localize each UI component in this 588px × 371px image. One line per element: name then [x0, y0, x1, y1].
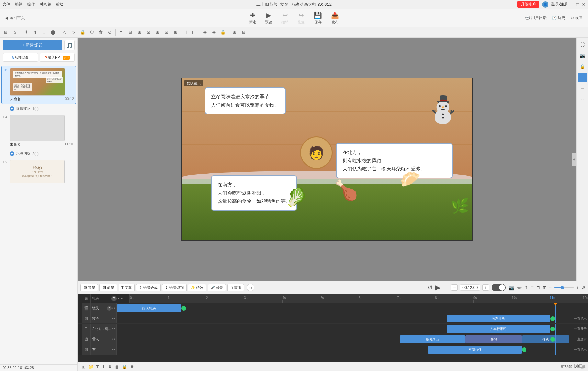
history-button[interactable]: 🕐 历史 — [552, 15, 565, 21]
toolbar-lock2[interactable]: 🔒 — [219, 28, 227, 37]
track-bg-btn[interactable]: 🖼 背景 — [80, 284, 98, 291]
right-panel-more-btn[interactable]: ··· — [578, 95, 587, 104]
screenshot-btn[interactable]: 📷 — [508, 285, 515, 291]
toolbar-icon-1[interactable]: ⊞ — [1, 28, 10, 37]
new-scene-button[interactable]: + 新建场景 — [3, 40, 62, 50]
track-dot-t2[interactable]: • — [114, 327, 115, 331]
toolbar-grid3[interactable]: ⊞ — [171, 28, 180, 37]
settings-button[interactable]: ⚙ 设置 — [571, 15, 583, 21]
speed-toggle[interactable] — [492, 284, 506, 291]
track-green-dot-dumplings[interactable] — [550, 316, 555, 321]
canvas-textbox-3[interactable]: 在南方， 人们会吃些滋阴补阳， 热量较高的食物，如鸡鸭鱼肉等。 — [211, 175, 297, 211]
track-clip-snowman-3[interactable]: 弹跳 — [522, 335, 569, 343]
track-voicesynth-btn[interactable]: 🎙 语音合成 — [136, 284, 161, 291]
new-button[interactable]: ✚ 新建 — [245, 10, 260, 26]
preview-button[interactable]: ▶ 预览 — [261, 10, 276, 26]
menu-item-operate[interactable]: 操作 — [27, 2, 35, 7]
undo-button[interactable]: ↩ 撤销 — [277, 10, 292, 26]
transition-item-03[interactable]: ▶ 圆形转场 1(s) — [0, 105, 77, 112]
toolbar-align-right[interactable]: ⊞ — [135, 28, 143, 37]
insert-ppt-button[interactable]: P 插入PPT VIP — [40, 53, 75, 62]
toolbar-grid2[interactable]: ⊡ — [162, 28, 171, 37]
toolbar-copy[interactable]: ⊙ — [106, 28, 114, 37]
toolbar-align-up[interactable]: ⬆ — [31, 28, 39, 37]
toolbar-delete[interactable]: 🗑 — [96, 28, 105, 37]
rewind-button[interactable]: ↺ — [428, 284, 433, 291]
track-voicerec-btn[interactable]: 🎙 语音识别 — [162, 284, 187, 291]
toolbar-pentagon[interactable]: ⬠ — [87, 28, 96, 37]
save-button[interactable]: 💾 保存 — [310, 10, 326, 26]
toolbar-zoom-in[interactable]: ⊕ — [201, 28, 209, 37]
text-btn[interactable]: T — [531, 285, 534, 290]
close-button[interactable]: ✕ — [582, 2, 585, 7]
track-clip-text[interactable]: 文本行淅现 — [447, 325, 550, 333]
track-dot-1[interactable]: • — [118, 296, 120, 301]
right-panel-expand-btn[interactable]: ⛶ — [578, 40, 587, 49]
play-pause-button[interactable]: ▶ — [435, 283, 441, 292]
login-button[interactable]: 登录/注册 — [551, 2, 568, 7]
toolbar-special[interactable]: ⊟ — [239, 28, 248, 37]
timeline-ctrl-5[interactable]: ↺ — [582, 285, 585, 290]
toolbar-align-full[interactable]: ⬤ — [49, 28, 57, 37]
question-mark[interactable]: ? — [111, 296, 117, 301]
redo-button[interactable]: ↪ 恢复 — [294, 10, 309, 26]
track-dot-s2[interactable]: • — [114, 337, 115, 342]
toolbar-paste[interactable]: ⊞ — [230, 28, 239, 37]
scene-item-04[interactable]: 04 未命名 00:10 — [1, 113, 76, 149]
track-clip-snowman-2[interactable]: 摇匀 — [465, 335, 522, 343]
track-green-dot-snowman[interactable] — [550, 337, 555, 342]
back-home-button[interactable]: ◀ 返回主页 — [5, 15, 25, 21]
track-fg-btn[interactable]: 🖼 前景 — [99, 284, 117, 291]
toolbar-align-center[interactable]: ⊟ — [126, 28, 134, 37]
right-panel-layer-btn[interactable]: ☰ — [578, 84, 587, 93]
track-recording-btn[interactable]: 🎤 录音 — [208, 284, 226, 291]
move-up-btn[interactable]: ⬆ — [524, 285, 528, 290]
menu-item-help[interactable]: 帮助 — [56, 2, 63, 7]
track-green-dot-right[interactable] — [522, 347, 526, 352]
menu-item-file[interactable]: 文件 — [3, 2, 10, 7]
toolbar-align4[interactable]: ⊣ — [180, 28, 189, 37]
track-dot-ctrl-2[interactable]: • — [114, 306, 115, 311]
toolbar-lock[interactable]: 🔒 — [78, 28, 87, 37]
menu-item-timeline[interactable]: 时间轴 — [40, 2, 51, 7]
track-clip-camera[interactable]: 默认镜头 — [117, 304, 181, 312]
fullscreen-button[interactable]: ⛶ — [443, 285, 448, 290]
track-clip-right[interactable]: 左侧拉伸 — [428, 346, 522, 354]
timeline-ctrl-1[interactable]: ⊟ — [536, 285, 540, 290]
toolbar-align-mid[interactable]: ↕ — [40, 28, 48, 37]
transition-item-04[interactable]: ▶ 水波切换 2(s) — [0, 150, 77, 157]
toolbar-triangle[interactable]: △ — [60, 28, 69, 37]
track-dot-2[interactable]: • — [121, 296, 123, 301]
timeline-ctrl-2[interactable]: ⊞ — [543, 285, 547, 290]
right-panel-collapse[interactable]: ◀ — [572, 153, 576, 166]
track-cover-btn[interactable]: ⊞ 蒙版 — [227, 284, 244, 291]
scene-item-03[interactable]: 03 立冬意味着进入寒冷的季节，人们倾向进食可以驱寒的食物。 在南方，人们会吃些… — [1, 66, 76, 104]
maximize-button[interactable]: □ — [576, 2, 579, 7]
timeline-zoom-slider[interactable] — [554, 287, 574, 288]
track-dot-r2[interactable]: • — [114, 347, 115, 352]
toolbar-align-down[interactable]: ⬇ — [22, 28, 30, 37]
track-circle-btn[interactable]: ○ — [247, 284, 254, 291]
track-dot-d2[interactable]: • — [114, 316, 115, 321]
track-clip-snowman-1[interactable]: 破壳而出 — [400, 335, 466, 343]
track-effects-btn[interactable]: ✨ 特效 — [188, 284, 206, 291]
ai-scene-button[interactable]: A 智能场景 — [3, 53, 38, 62]
feedback-button[interactable]: 💬 用户反馈 — [525, 15, 547, 21]
toolbar-zoom-out[interactable]: ⊖ — [210, 28, 218, 37]
menu-item-edit[interactable]: 编辑 — [15, 2, 23, 7]
music-button[interactable]: 🎵 — [64, 40, 75, 50]
minimize-button[interactable]: ─ — [571, 2, 574, 7]
track-green-dot-text[interactable] — [550, 327, 555, 331]
toolbar-align5[interactable]: ⊢ — [189, 28, 198, 37]
increase-time-btn[interactable]: + — [482, 284, 489, 291]
edit-btn[interactable]: ✏ — [517, 285, 522, 291]
toolbar-shape2[interactable]: ▷ — [69, 28, 78, 37]
toolbar-distribute[interactable]: ⊠ — [144, 28, 153, 37]
track-clip-dumplings[interactable]: 向左滑动 — [447, 315, 550, 322]
canvas-textbox-2[interactable]: 在北方， 则有吃水饺的风俗， 人们认为吃了它，冬天耳朵就不受冻。 — [336, 143, 453, 178]
upgrade-button[interactable]: 升级账户 — [517, 1, 539, 8]
track-question[interactable]: ? — [107, 306, 112, 311]
right-panel-screenshot-btn[interactable]: 📷 — [578, 51, 587, 60]
toolbar-align-left[interactable]: ≡ — [117, 28, 125, 37]
right-panel-color-btn[interactable] — [578, 73, 587, 82]
